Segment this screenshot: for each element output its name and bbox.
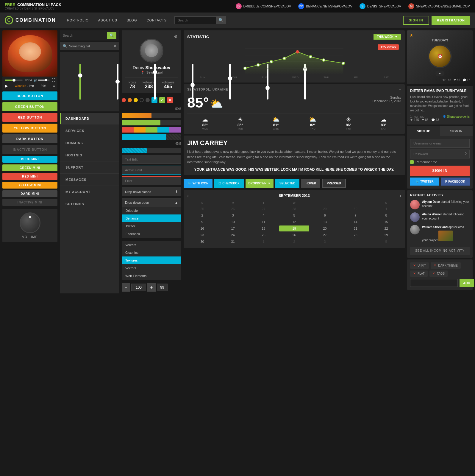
hover-button[interactable]: HOVER	[301, 179, 320, 188]
menu-icon[interactable]: ≡	[53, 84, 55, 88]
cal-29[interactable]: 29	[371, 232, 401, 238]
stepper-increment[interactable]: +	[147, 283, 156, 292]
yellow-mini-button[interactable]: YELLOW MINI	[2, 182, 57, 189]
tag-x-dark[interactable]: ✕	[434, 264, 436, 267]
tag-x-tags[interactable]: ✕	[432, 272, 435, 276]
cal-26[interactable]: 26	[279, 232, 309, 238]
cal-8[interactable]: 8	[371, 212, 401, 218]
cal-5[interactable]: 5	[279, 212, 309, 218]
cal-18[interactable]: 18	[249, 225, 279, 231]
calendar-next-button[interactable]: ›	[400, 193, 401, 198]
see-all-button[interactable]: SEE ALL INCOMING ACTIVITY	[410, 247, 470, 255]
nav-about[interactable]: ABOUT US	[94, 17, 121, 24]
tag-dark-theme[interactable]: ✕ DARK THEME	[431, 262, 460, 269]
dropdown-item-facebook[interactable]: Facebook	[122, 230, 181, 238]
cal-27-aug[interactable]: 27	[249, 206, 279, 212]
calendar-prev-button[interactable]: ‹	[187, 193, 189, 198]
category-vectors-1[interactable]: Vectors	[122, 241, 181, 249]
cal-23[interactable]: 23	[187, 232, 217, 238]
cal-3-oct[interactable]: 3	[310, 239, 340, 245]
tag-add-input[interactable]	[410, 279, 458, 287]
red-button[interactable]: RED BUTTON	[2, 113, 57, 122]
facebook-auth-button[interactable]: f FACEBOOK	[441, 178, 470, 186]
red-mini-button[interactable]: RED MINI	[2, 173, 57, 180]
cal-14[interactable]: 14	[340, 219, 371, 225]
cal-9[interactable]: 9	[187, 219, 217, 225]
cal-25-aug[interactable]: 25	[187, 206, 217, 212]
dropdown-closed[interactable]: Drop down closed ⬍	[122, 187, 181, 196]
cal-13[interactable]: 13	[310, 219, 340, 225]
fullscreen-icon[interactable]: ⛶	[51, 78, 55, 82]
category-vectors-2[interactable]: Vectors	[122, 264, 181, 272]
tag-x-ui-kit[interactable]: ✕	[413, 264, 416, 267]
gmail-link[interactable]: M SHEPOVALOVDENIS@GMAIL.COM	[408, 3, 470, 9]
cal-21[interactable]: 21	[340, 225, 371, 231]
tag-x-flat[interactable]: ✕	[413, 272, 416, 276]
this-week-button[interactable]: THIS WEEK ▼	[374, 34, 401, 40]
cal-27[interactable]: 27	[310, 232, 340, 238]
cal-5-oct[interactable]: 5	[371, 239, 401, 245]
dot-yellow[interactable]	[134, 98, 138, 102]
search-tag-clear[interactable]: ✕	[113, 44, 116, 48]
cal-30[interactable]: 30	[187, 239, 217, 245]
gear-icon[interactable]: ⚙	[125, 34, 178, 39]
check-red[interactable]: ✕	[167, 97, 173, 103]
sidebar-messages[interactable]: MESSAGES	[60, 174, 119, 185]
dropdown-item-twitter[interactable]: Twitter	[122, 222, 181, 230]
cal-19[interactable]: 19	[279, 225, 309, 231]
cal-12[interactable]: 12	[279, 219, 309, 225]
cal-6[interactable]: 6	[310, 212, 340, 218]
dropdown-action-button[interactable]: DROPDOWN ▼	[246, 179, 274, 188]
cal-17[interactable]: 17	[218, 225, 248, 231]
dot-black[interactable]	[140, 98, 144, 102]
text-edit-field[interactable]	[122, 155, 181, 164]
tag-tags[interactable]: ✕ TAGS	[429, 270, 448, 277]
dark-mini-button[interactable]: DARK MINI	[2, 190, 57, 197]
cal-2[interactable]: 2	[187, 212, 217, 218]
category-graphics[interactable]: Graphics	[122, 249, 181, 256]
slider-input-1[interactable]	[79, 64, 81, 99]
search-input[interactable]	[174, 16, 216, 24]
dot-orange[interactable]	[128, 98, 132, 102]
nav-contacts[interactable]: CONTACTS	[142, 17, 171, 24]
tag-add-button[interactable]: ADD	[460, 279, 474, 287]
author-name[interactable]: Shepovalovdenis	[447, 115, 470, 118]
signin-nav-button[interactable]: SIGN IN	[403, 16, 429, 25]
cal-15[interactable]: 15	[371, 219, 401, 225]
sidebar-services[interactable]: SERVICES	[60, 125, 119, 136]
cal-10[interactable]: 10	[218, 219, 248, 225]
green-button[interactable]: GREEN BUTTON	[2, 102, 57, 111]
signup-tab[interactable]: SIGN UP	[407, 126, 440, 136]
tag-ui-kit[interactable]: ✕ UI KIT	[410, 262, 429, 269]
dark-button[interactable]: DARK BUTTON	[2, 134, 57, 143]
volume-knob[interactable]	[20, 212, 40, 233]
cal-30-aug[interactable]: 30	[340, 206, 371, 212]
dot-gray[interactable]	[146, 98, 150, 102]
cal-22[interactable]: 22	[371, 225, 401, 231]
signin-form-button[interactable]: SIGN IN	[410, 166, 470, 176]
cal-7[interactable]: 7	[340, 212, 371, 218]
search-submit-button[interactable]: 🔍	[107, 32, 116, 39]
volume-bar[interactable]	[38, 80, 50, 81]
cal-4[interactable]: 4	[249, 212, 279, 218]
sidebar-support[interactable]: SUPPORT	[60, 162, 119, 173]
dot-red[interactable]	[122, 98, 126, 102]
signin-tab[interactable]: SIGN IN	[440, 126, 473, 136]
username-input[interactable]	[410, 139, 470, 148]
blue-button[interactable]: BLUE BUTTON	[2, 91, 57, 100]
sidebar-hosting[interactable]: HOSTNIG	[60, 150, 119, 161]
category-web-elements[interactable]: Web Elements	[122, 272, 181, 280]
stepper-num-input[interactable]	[157, 284, 168, 291]
video-seek[interactable]	[5, 80, 23, 81]
yellow-button[interactable]: YELLOW BUTTON	[2, 124, 57, 133]
sidebar-dashboard[interactable]: DASHBOARD	[60, 113, 119, 124]
category-textures[interactable]: Textures	[122, 256, 181, 264]
pressed-button[interactable]: PRESSED	[322, 179, 346, 188]
tag-flat[interactable]: ✕ FLAT	[410, 270, 428, 277]
dropdown-item-dribbble[interactable]: Dribbble	[122, 207, 181, 214]
stepper-input[interactable]	[131, 284, 146, 291]
cal-28-aug[interactable]: 28	[279, 206, 309, 212]
cal-28[interactable]: 28	[340, 232, 371, 238]
selected-button[interactable]: SELECTED	[275, 179, 299, 188]
cal-20[interactable]: 20	[310, 225, 340, 231]
